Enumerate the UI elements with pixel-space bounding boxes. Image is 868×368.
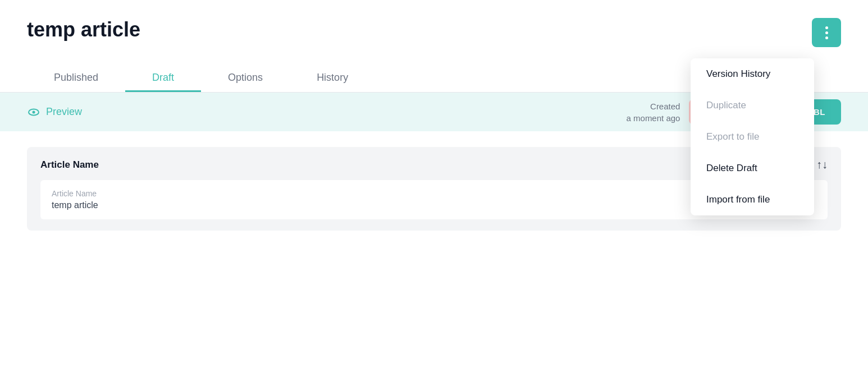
- preview-button[interactable]: Preview: [27, 105, 82, 119]
- dropdown-menu: Version History Duplicate Export to file…: [691, 58, 814, 215]
- three-dots-icon: [825, 26, 828, 39]
- created-line1: Created: [627, 100, 680, 112]
- dropdown-item-version-history[interactable]: Version History: [691, 58, 814, 90]
- page-title: temp article: [27, 18, 140, 42]
- sort-icon[interactable]: ↑↓: [816, 158, 828, 171]
- eye-icon: [27, 105, 40, 119]
- header: temp article Version History Duplicate E…: [0, 0, 868, 47]
- created-timestamp: Created a moment ago: [627, 100, 680, 124]
- section-label: Article Name: [40, 159, 99, 171]
- header-right: Version History Duplicate Export to file…: [812, 18, 841, 47]
- dropdown-item-duplicate[interactable]: Duplicate: [691, 90, 814, 121]
- page-container: temp article Version History Duplicate E…: [0, 0, 868, 368]
- preview-label: Preview: [46, 106, 82, 118]
- dropdown-item-delete-draft[interactable]: Delete Draft: [691, 153, 814, 184]
- tab-published[interactable]: Published: [27, 65, 125, 92]
- created-line2: a moment ago: [627, 112, 680, 124]
- tab-history[interactable]: History: [290, 65, 375, 92]
- tab-options[interactable]: Options: [201, 65, 290, 92]
- more-options-button[interactable]: [812, 18, 841, 47]
- dropdown-item-import-from-file[interactable]: Import from file: [691, 184, 814, 215]
- svg-point-1: [33, 111, 35, 113]
- dropdown-item-export-to-file[interactable]: Export to file: [691, 121, 814, 153]
- tab-draft[interactable]: Draft: [125, 65, 201, 92]
